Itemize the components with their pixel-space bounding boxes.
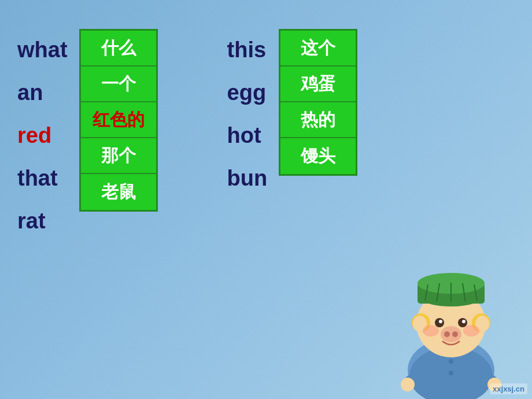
svg-point-21 xyxy=(439,320,442,323)
chinese-box-sheme: 什么 xyxy=(81,31,156,66)
watermark: xxjxsj.cn xyxy=(490,383,527,394)
left-chinese-boxes: 什么 一个 红色的 那个 老鼠 xyxy=(79,29,158,212)
chinese-box-zhege: 这个 xyxy=(280,31,356,66)
svg-point-23 xyxy=(441,326,461,342)
content-area: what an red that rat 什么 一个 红色的 那个 老鼠 thi… xyxy=(17,29,357,239)
svg-point-3 xyxy=(449,371,453,375)
svg-point-27 xyxy=(463,325,479,337)
main-container: what an red that rat 什么 一个 红色的 那个 老鼠 thi… xyxy=(0,0,532,399)
word-hot: hot xyxy=(227,118,268,154)
cartoon-character xyxy=(382,237,520,399)
word-rat: rat xyxy=(17,204,68,239)
word-that: that xyxy=(17,161,68,197)
right-chinese-boxes: 这个 鸡蛋 热的 馒头 xyxy=(279,29,357,176)
svg-point-25 xyxy=(452,331,458,337)
chinese-box-nage: 那个 xyxy=(81,138,156,174)
right-words: this egg hot bun xyxy=(227,29,268,197)
chinese-box-hongse: 红色的 xyxy=(81,102,156,138)
word-this: this xyxy=(227,32,268,68)
svg-point-26 xyxy=(423,325,439,337)
word-egg: egg xyxy=(227,75,268,111)
left-words: what an red that rat xyxy=(17,29,68,239)
svg-point-22 xyxy=(462,320,466,323)
chinese-box-mantou: 馒头 xyxy=(280,138,356,174)
word-an: an xyxy=(17,75,68,111)
chinese-box-jidan: 鸡蛋 xyxy=(280,66,356,102)
chinese-box-laoshu: 老鼠 xyxy=(81,174,156,210)
chinese-box-yige: 一个 xyxy=(81,66,156,102)
word-red: red xyxy=(17,118,68,154)
left-column: what an red that rat 什么 一个 红色的 那个 老鼠 xyxy=(17,29,158,239)
chinese-box-rede: 热的 xyxy=(280,102,356,138)
right-column: this egg hot bun 这个 鸡蛋 热的 馒头 xyxy=(227,29,358,239)
word-what: what xyxy=(17,32,68,68)
svg-point-30 xyxy=(401,378,415,391)
word-bun: bun xyxy=(227,161,268,197)
svg-point-24 xyxy=(444,331,450,337)
svg-point-2 xyxy=(449,359,453,364)
